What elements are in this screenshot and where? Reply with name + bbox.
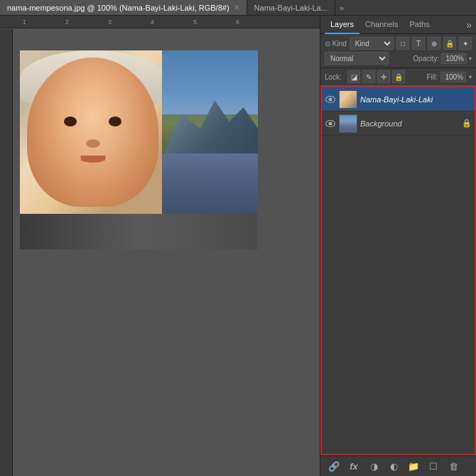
layer-visibility-2[interactable] <box>325 118 336 129</box>
ruler-tick-4: 4 <box>151 18 154 26</box>
tab-paths[interactable]: Paths <box>404 16 436 34</box>
layer-thumb-inner-1 <box>340 91 357 108</box>
layer-name-2: Background <box>360 119 459 128</box>
layer-item-2[interactable]: Background 🔒 <box>322 112 475 136</box>
lock-icons: ◪ ✎ ✛ 🔒 <box>347 70 405 83</box>
footer-fx-button[interactable]: fx <box>346 460 362 472</box>
tab-channels[interactable]: Channels <box>359 16 404 34</box>
baby-mouth <box>80 156 105 163</box>
layer-icon-btn-1[interactable]: □ <box>396 37 409 50</box>
footer-group-button[interactable]: 📁 <box>406 460 421 472</box>
fill-chevron: ▾ <box>469 74 472 80</box>
tab-label-2: Nama-Bayi-Laki-La... <box>254 4 328 12</box>
footer-new-layer-button[interactable]: ☐ <box>426 460 441 472</box>
panel-tabs: Layers Channels Paths » <box>320 16 476 34</box>
lock-icon-pixels[interactable]: ✎ <box>362 70 375 83</box>
fill-value[interactable]: 100% <box>440 72 466 82</box>
baby-face <box>27 58 158 207</box>
layer-icon-btn-3[interactable]: ⊕ <box>428 37 440 50</box>
panel-footer: 🔗 fx ◑ ◐ 📁 ☐ 🗑 <box>320 455 476 476</box>
layer-icon-btn-4[interactable]: 🔒 <box>443 37 456 50</box>
main-layout: 1 2 3 4 5 6 <box>0 16 476 476</box>
canvas-content <box>13 29 320 476</box>
tab-layers[interactable]: Layers <box>325 16 359 34</box>
baby-layer-thumbnail <box>20 50 166 214</box>
fill-label: Fill: <box>426 73 438 81</box>
ruler-tick-5: 5 <box>193 18 197 26</box>
kind-row: ⊙ Kind Kind □ T ⊕ 🔒 ✦ <box>325 37 472 50</box>
baby-nose <box>86 139 100 148</box>
bottom-strip <box>20 214 258 249</box>
image-composite <box>20 50 254 249</box>
layers-list: Nama-Bayi-Laki-Laki Background 🔒 <box>320 86 476 455</box>
lock-icon-all[interactable]: 🔒 <box>392 70 405 83</box>
tab-bar: nama-mempesona.jpg @ 100% (Nama-Bayi-Lak… <box>0 0 476 16</box>
lock-icon-position[interactable]: ✛ <box>377 70 390 83</box>
footer-mask-button[interactable]: ◑ <box>366 460 382 472</box>
kind-label: ⊙ Kind <box>325 40 347 48</box>
landscape-layer-thumbnail <box>162 50 258 214</box>
right-panel: Layers Channels Paths » ⊙ Kind Kind □ T … <box>320 16 476 476</box>
sky <box>162 50 258 114</box>
lock-icon-transparent[interactable]: ◪ <box>347 70 360 83</box>
footer-adjustment-button[interactable]: ◐ <box>386 460 401 472</box>
lock-row: Lock: ◪ ✎ ✛ 🔒 Fill: 100% ▾ <box>320 68 476 86</box>
layer-controls: ⊙ Kind Kind □ T ⊕ 🔒 ✦ Normal Opacity: 10… <box>320 34 476 68</box>
layer-thumb-1 <box>339 90 357 109</box>
tab-label: nama-mempesona.jpg @ 100% (Nama-Bayi-Lak… <box>7 4 229 12</box>
layer-item-1[interactable]: Nama-Bayi-Laki-Laki <box>322 87 475 112</box>
baby-eye-left <box>64 117 77 126</box>
ruler-tick-6: 6 <box>236 18 239 26</box>
opacity-label: Opacity: <box>413 55 439 63</box>
footer-link-button[interactable]: 🔗 <box>326 460 342 472</box>
opacity-control: Opacity: 100% ▾ <box>413 53 472 64</box>
baby-eyes <box>48 107 137 136</box>
layer-name-1: Nama-Bayi-Laki-Laki <box>360 95 472 104</box>
panel-more-button[interactable]: » <box>466 19 472 31</box>
layer-icon-btn-2[interactable]: T <box>412 37 425 50</box>
footer-delete-button[interactable]: 🗑 <box>445 460 461 472</box>
layer-thumb-inner-2 <box>340 115 357 132</box>
layer-visibility-1[interactable] <box>325 94 336 105</box>
ruler-tick-2: 2 <box>65 18 69 26</box>
layer-icon-btn-5[interactable]: ✦ <box>459 37 472 50</box>
kind-select[interactable]: Kind <box>350 37 394 50</box>
ruler-tick-1: 1 <box>23 18 26 26</box>
ruler-left <box>0 29 13 476</box>
layer-lock-icon-2: 🔒 <box>462 119 472 128</box>
canvas-area: 1 2 3 4 5 6 <box>0 16 320 476</box>
eye-icon-1 <box>325 96 335 103</box>
blend-mode-select[interactable]: Normal <box>325 52 389 65</box>
tab-overflow[interactable]: » <box>335 0 348 15</box>
opacity-chevron: ▾ <box>469 55 472 62</box>
water <box>162 153 258 214</box>
opacity-value[interactable]: 100% <box>441 53 467 64</box>
ruler-tick-3: 3 <box>108 18 112 26</box>
blend-row: Normal Opacity: 100% ▾ <box>325 52 472 65</box>
baby-eye-right <box>109 117 121 126</box>
close-icon[interactable]: ✕ <box>234 4 239 11</box>
eye-icon-2 <box>325 120 335 127</box>
lock-label: Lock: <box>325 73 345 81</box>
ruler-top: 1 2 3 4 5 6 <box>0 16 320 28</box>
layer-thumb-2 <box>339 114 357 133</box>
tab-inactive[interactable]: Nama-Bayi-Laki-La... <box>247 0 335 15</box>
tab-active[interactable]: nama-mempesona.jpg @ 100% (Nama-Bayi-Lak… <box>0 0 247 15</box>
